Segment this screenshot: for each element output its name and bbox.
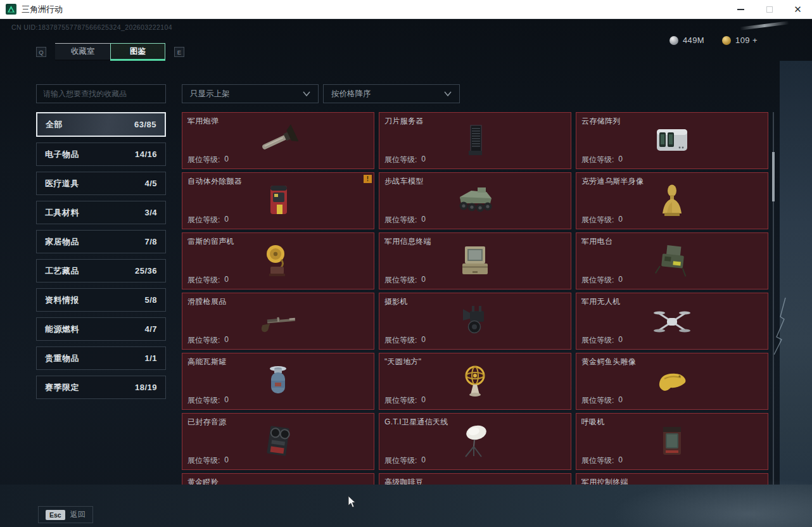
booth-level-value: 0 <box>618 275 623 286</box>
collection-card[interactable]: 高级咖啡豆 展位等级: 0 <box>379 473 571 485</box>
booth-level-label: 展位等级: <box>581 155 614 165</box>
silver-amount: 449M <box>683 35 704 45</box>
booth-level-value: 0 <box>224 455 229 466</box>
category-label: 工艺藏品 <box>45 265 79 277</box>
gold-amount: 109 + <box>735 35 758 45</box>
close-button[interactable]: ✕ <box>783 0 812 19</box>
sidebar-category-8[interactable]: 贵重物品 1/1 <box>36 346 166 370</box>
minimize-icon <box>737 9 744 10</box>
close-icon: ✕ <box>794 4 802 14</box>
filter-listed-label: 只显示上架 <box>190 89 230 99</box>
sidebar-category-9[interactable]: 赛季限定 18/19 <box>36 376 166 399</box>
booth-level-label: 展位等级: <box>384 455 417 466</box>
key-hint-e: E <box>174 47 184 57</box>
collection-card[interactable]: 步战车模型 展位等级: 0 <box>379 172 571 229</box>
collection-card[interactable]: 已封存音源 展位等级: 0 <box>182 413 374 470</box>
sidebar-category-7[interactable]: 能源燃料 4/7 <box>36 317 166 341</box>
collection-card[interactable]: 军用控制终端 展位等级: 0 <box>576 473 768 485</box>
sidebar-category-0[interactable]: 全部 63/85 <box>36 112 166 137</box>
collection-card[interactable]: "天圆地方" 展位等级: 0 <box>379 353 571 410</box>
category-label: 电子物品 <box>45 149 79 160</box>
currency-silver[interactable]: 449M <box>669 35 704 45</box>
category-count: 63/85 <box>134 120 156 129</box>
sidebar-category-3[interactable]: 工具材料 3/4 <box>36 201 166 224</box>
booth-level-label: 展位等级: <box>187 395 220 406</box>
collection-card[interactable]: 刀片服务器 展位等级: 0 <box>379 112 571 169</box>
collection-card[interactable]: 高能瓦斯罐 展位等级: 0 <box>182 353 374 410</box>
booth-level-value: 0 <box>618 455 623 466</box>
booth-level-value: 0 <box>618 215 623 225</box>
control-terminal-icon <box>576 474 768 485</box>
booth-level-value: 0 <box>224 335 229 346</box>
sidebar-category-4[interactable]: 家居物品 7/8 <box>36 230 166 253</box>
collection-card[interactable]: 滑膛枪展品 展位等级: 0 <box>182 293 374 350</box>
collection-card[interactable]: G.T.I卫星通信天线 展位等级: 0 <box>379 413 571 470</box>
collection-card[interactable]: 雷斯的留声机 展位等级: 0 <box>182 232 374 289</box>
booth-level-value: 0 <box>224 395 229 406</box>
booth-level-value: 0 <box>421 395 426 406</box>
category-count: 14/16 <box>135 149 157 159</box>
filter-bar: 只显示上架 按价格降序 <box>182 84 460 103</box>
alert-badge: ! <box>364 175 372 183</box>
collection-card[interactable]: 黄金鳄鱼头雕像 展位等级: 0 <box>576 353 768 410</box>
coffee-beans-icon <box>379 474 571 485</box>
search-input[interactable] <box>36 84 166 103</box>
collection-card[interactable]: 军用电台 展位等级: 0 <box>576 232 768 289</box>
window-title: 三角洲行动 <box>22 4 63 15</box>
sort-price-dropdown[interactable]: 按价格降序 <box>323 84 460 103</box>
booth-level-value: 0 <box>421 155 426 165</box>
collection-card[interactable]: 军用无人机 展位等级: 0 <box>576 293 768 350</box>
booth-level-value: 0 <box>224 215 229 225</box>
collection-card[interactable]: 自动体外除颤器 展位等级: 0 ! <box>182 172 374 229</box>
tab-catalog[interactable]: 图鉴 <box>110 43 165 61</box>
booth-level-label: 展位等级: <box>384 335 417 346</box>
chevron-down-icon <box>444 91 452 96</box>
collection-card[interactable]: 云存储阵列 展位等级: 0 <box>576 112 768 169</box>
tab-collection-room[interactable]: 收藏室 <box>55 43 110 61</box>
booth-level-value: 0 <box>421 335 426 346</box>
booth-level-value: 0 <box>618 335 623 346</box>
category-count: 7/8 <box>144 237 157 246</box>
booth-level-label: 展位等级: <box>581 395 614 406</box>
booth-level-label: 展位等级: <box>581 275 614 286</box>
back-button[interactable]: Esc 返回 <box>38 506 93 523</box>
category-label: 工具材料 <box>45 207 79 219</box>
booth-level-label: 展位等级: <box>384 155 417 165</box>
category-count: 4/7 <box>144 324 157 334</box>
category-label: 资料情报 <box>45 295 79 306</box>
category-count: 1/1 <box>144 353 157 363</box>
collection-grid: 军用炮弹 展位等级: 0 刀片服务器 展位等级: 0 云存储阵列 展位等级: 0… <box>182 112 768 485</box>
maximize-button[interactable] <box>755 0 783 19</box>
sidebar-category-2[interactable]: 医疗道具 4/5 <box>36 172 166 195</box>
sidebar-category-1[interactable]: 电子物品 14/16 <box>36 143 166 166</box>
key-hint-q: Q <box>36 47 46 57</box>
sidebar-category-6[interactable]: 资料情报 5/8 <box>36 288 166 312</box>
screen: 三角洲行动 ✕ CN UID:183787557787566625324_202… <box>0 0 812 527</box>
collection-card[interactable]: 克劳迪乌斯半身像 展位等级: 0 <box>576 172 768 229</box>
booth-level-value: 0 <box>224 155 229 165</box>
category-count: 4/5 <box>144 179 157 188</box>
collection-card[interactable]: 摄影机 展位等级: 0 <box>379 293 571 350</box>
booth-level-label: 展位等级: <box>187 155 220 165</box>
currency-bar: 449M 109 + <box>669 35 758 45</box>
scrollbar-thumb[interactable] <box>772 152 775 201</box>
minimize-button[interactable] <box>726 0 755 19</box>
collection-card[interactable]: 黄金瞪羚 展位等级: 0 <box>182 473 374 485</box>
sort-price-label: 按价格降序 <box>331 89 371 99</box>
collection-card[interactable]: 呼吸机 展位等级: 0 <box>576 413 768 470</box>
booth-level-label: 展位等级: <box>581 215 614 225</box>
filter-listed-dropdown[interactable]: 只显示上架 <box>182 84 319 103</box>
collection-card[interactable]: 军用信息终端 展位等级: 0 <box>379 232 571 289</box>
collection-card[interactable]: 军用炮弹 展位等级: 0 <box>182 112 374 169</box>
category-list: 全部 63/85 电子物品 14/16 医疗道具 4/5 工具材料 3/4 家居… <box>36 112 166 399</box>
lightning-effect <box>771 298 790 355</box>
booth-level-label: 展位等级: <box>187 335 220 346</box>
currency-gold[interactable]: 109 + <box>722 35 758 45</box>
booth-level-value: 0 <box>224 275 229 286</box>
sidebar-category-5[interactable]: 工艺藏品 25/36 <box>36 259 166 283</box>
window-titlebar: 三角洲行动 ✕ <box>0 0 812 19</box>
category-label: 贵重物品 <box>45 353 79 364</box>
category-label: 医疗道具 <box>45 178 79 189</box>
collection-grid-viewport: 军用炮弹 展位等级: 0 刀片服务器 展位等级: 0 云存储阵列 展位等级: 0… <box>182 112 768 485</box>
tab-bar: Q 收藏室 图鉴 E <box>36 43 184 61</box>
